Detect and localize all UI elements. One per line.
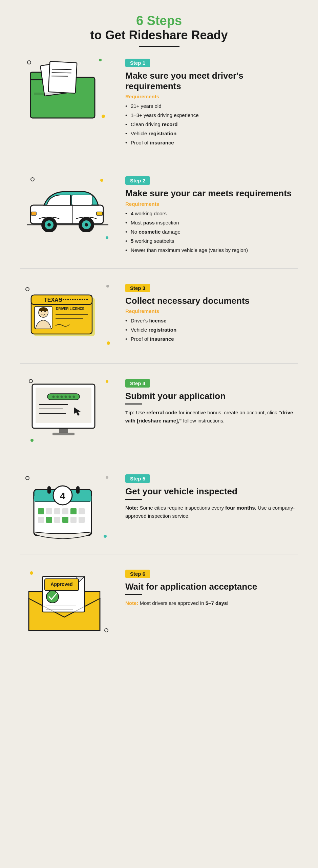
page-header: 6 Steps to Get Rideshare Ready: [20, 14, 298, 42]
computer-illustration: [24, 377, 112, 445]
title-black: to Get Rideshare Ready: [20, 28, 298, 42]
svg-rect-60: [38, 517, 44, 523]
step-4-section: Step 4 Submit your application Tip: Use …: [20, 377, 298, 459]
svg-rect-58: [70, 508, 77, 514]
step-4-image: [20, 377, 115, 445]
envelope-svg: Approved: [24, 568, 105, 636]
car-svg: [24, 175, 112, 232]
dot-teal-5: [104, 535, 107, 538]
step-1-image: [20, 57, 115, 125]
svg-rect-63: [62, 517, 68, 523]
svg-rect-57: [62, 508, 68, 514]
svg-point-40: [73, 395, 75, 398]
step-3-section: TEXAS DRIVER LICENCE: [20, 282, 298, 364]
folder-svg: [24, 57, 102, 121]
step-6-image: Approved: [20, 568, 115, 636]
req-item: Vehicle registration: [125, 129, 298, 138]
dot-dark-5: [106, 476, 108, 479]
svg-rect-13: [31, 212, 36, 215]
svg-rect-56: [54, 508, 60, 514]
step-2-req-label: Requirements: [125, 201, 298, 207]
req-item: 4 working doors: [125, 209, 298, 218]
step-4-divider: [125, 403, 142, 405]
step-6-section: Step 6 Wait for application acceptance N…: [20, 568, 298, 649]
car-illustration: [24, 175, 112, 242]
svg-point-69: [46, 591, 59, 603]
step-3-image: TEXAS DRIVER LICENCE: [20, 282, 115, 350]
calendar-svg: 4: [24, 473, 105, 540]
step-1-content: Step 1 Make sure you meet driver's requi…: [125, 57, 298, 147]
step-5-note: Note: Some cities require inspections ev…: [125, 504, 298, 520]
step-6-title: Wait for application acceptance: [125, 581, 298, 592]
req-item: Driver's license: [125, 316, 298, 325]
svg-rect-7: [34, 93, 58, 95]
req-item: Vehicle registration: [125, 325, 298, 334]
step-4-tip: Tip: Use referral code for incentive bon…: [125, 409, 298, 425]
svg-text:DRIVER LICENCE: DRIVER LICENCE: [56, 307, 85, 311]
dot-yellow-6: [30, 571, 33, 575]
license-svg: TEXAS DRIVER LICENCE: [24, 282, 105, 345]
dot-yellow-4: [106, 380, 108, 383]
svg-text:TEXAS: TEXAS: [44, 297, 62, 303]
step-5-title: Get your vehicle inspected: [125, 486, 298, 497]
svg-rect-10: [72, 195, 92, 205]
svg-rect-50: [47, 486, 51, 494]
svg-rect-46: [52, 433, 75, 435]
req-item: 1–3+ years driving experience: [125, 111, 298, 120]
dot-outline-3: [25, 287, 29, 291]
step-3-content: Step 3 Collect necessary documents Requi…: [125, 282, 298, 343]
svg-rect-64: [70, 517, 77, 523]
dot-teal-2: [106, 236, 108, 239]
req-item: Must pass inspection: [125, 218, 298, 227]
step-2-title: Make sure your car meets requirements: [125, 188, 298, 199]
step-6-note: Note: Most drivers are approved in 5–7 d…: [125, 599, 298, 607]
step-1-req-label: Requirements: [125, 94, 298, 99]
step-6-content: Step 6 Wait for application acceptance N…: [125, 568, 298, 607]
step-5-badge: Step 5: [125, 474, 150, 483]
title-green: 6 Steps: [20, 14, 298, 28]
svg-text:4: 4: [60, 491, 65, 501]
step-2-badge: Step 2: [125, 176, 150, 185]
step-5-image: 4: [20, 473, 115, 540]
step-4-title: Submit your application: [125, 391, 298, 401]
req-item: Proof of insurance: [125, 334, 298, 343]
dot-outline-1: [27, 60, 31, 64]
svg-point-19: [85, 223, 88, 226]
dot-green-1: [99, 59, 102, 61]
dot-dark-3: [106, 285, 109, 288]
svg-point-38: [65, 395, 67, 398]
svg-point-16: [47, 223, 51, 226]
req-item: 5 working seatbelts: [125, 236, 298, 245]
step-5-section: 4: [20, 473, 298, 554]
svg-rect-33: [36, 388, 91, 423]
step-2-content: Step 2 Make sure your car meets requirem…: [125, 175, 298, 254]
step-4-badge: Step 4: [125, 379, 150, 388]
step-1-requirements: 21+ years old 1–3+ years driving experie…: [125, 101, 298, 147]
step-1-section: Step 1 Make sure you meet driver's requi…: [20, 57, 298, 161]
step-3-title: Collect necessary documents: [125, 296, 298, 306]
svg-rect-55: [46, 508, 52, 514]
envelope-illustration: Approved: [24, 568, 112, 636]
dot-outline-5: [25, 476, 29, 480]
svg-point-39: [69, 395, 71, 398]
calendar-illustration: 4: [24, 473, 112, 540]
dot-yellow-1: [102, 115, 105, 118]
license-illustration: TEXAS DRIVER LICENCE: [24, 282, 112, 350]
step-1-title: Make sure you meet driver's requirements: [125, 71, 298, 92]
step-2-section: Step 2 Make sure your car meets requirem…: [20, 175, 298, 268]
step-6-badge: Step 6: [125, 570, 150, 578]
step-2-requirements: 4 working doors Must pass inspection No …: [125, 209, 298, 255]
svg-rect-59: [79, 508, 85, 514]
req-item: Proof of insurance: [125, 138, 298, 147]
svg-point-35: [52, 395, 55, 398]
svg-rect-45: [59, 428, 68, 433]
svg-rect-54: [38, 508, 44, 514]
req-item: Newer than maximum vehicle age (varies b…: [125, 245, 298, 255]
svg-rect-3: [48, 61, 77, 93]
req-item: 21+ years old: [125, 101, 298, 111]
step-1-badge: Step 1: [125, 59, 150, 67]
step-3-requirements: Driver's license Vehicle registration Pr…: [125, 316, 298, 343]
dot-outline-4: [29, 379, 33, 383]
svg-rect-62: [54, 517, 60, 523]
svg-rect-65: [79, 517, 85, 523]
